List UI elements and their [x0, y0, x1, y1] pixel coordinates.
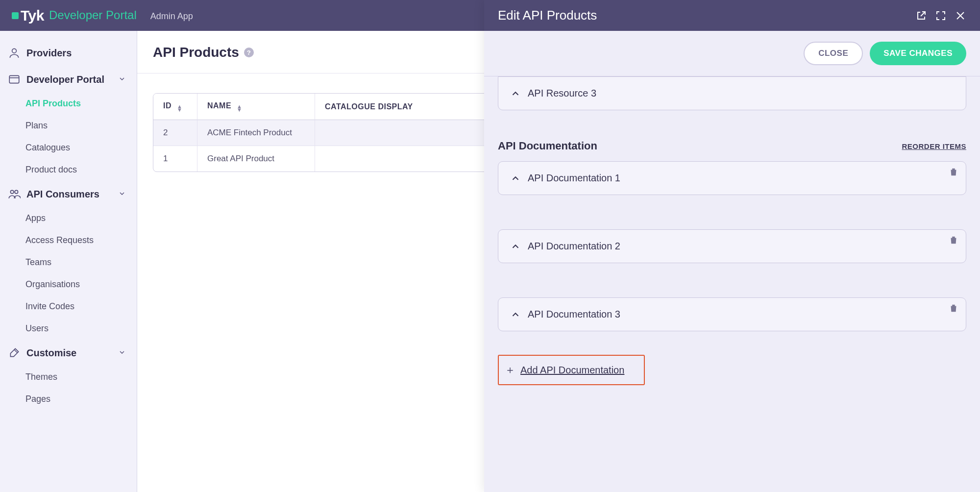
sidebar-item-access-requests[interactable]: Access Requests — [0, 229, 137, 251]
sidebar-item-teams[interactable]: Teams — [0, 251, 137, 273]
fullscreen-icon[interactable] — [935, 10, 947, 22]
doc-card[interactable]: API Documentation 1 — [498, 161, 966, 195]
sidebar-item-invite-codes[interactable]: Invite Codes — [0, 295, 137, 318]
doc-card[interactable]: API Documentation 2 — [498, 229, 966, 263]
open-new-window-icon[interactable] — [915, 10, 927, 22]
doc-section-label: API Documentation — [498, 140, 597, 152]
cell-name: ACME Fintech Product — [197, 120, 315, 146]
chevron-down-icon — [118, 74, 126, 85]
svg-point-3 — [15, 190, 18, 194]
sidebar-item-product-docs[interactable]: Product docs — [0, 159, 137, 181]
col-id[interactable]: ID ▲▼ — [153, 94, 197, 120]
panel-actions: CLOSE SAVE CHANGES — [484, 31, 980, 76]
chevron-up-icon[interactable] — [510, 173, 521, 184]
window-icon — [8, 73, 21, 86]
svg-point-0 — [12, 49, 17, 53]
card-title: API Documentation 1 — [528, 172, 620, 184]
sidebar-section-label: Developer Portal — [26, 74, 104, 85]
tyk-logo-mark — [12, 12, 19, 19]
sidebar-item-organisations[interactable]: Organisations — [0, 273, 137, 295]
brand-logo: Tyk — [12, 7, 44, 24]
doc-card[interactable]: API Documentation 3 — [498, 297, 966, 331]
sidebar-section-label: API Consumers — [26, 189, 99, 200]
sidebar-item-pages[interactable]: Pages — [0, 388, 137, 410]
brand-name: Tyk — [21, 7, 44, 24]
page-title: API Products — [153, 45, 239, 60]
col-label: ID — [163, 101, 172, 110]
sidebar-section-label: Providers — [26, 48, 72, 59]
sidebar-section-label: Customise — [26, 347, 76, 359]
panel-body: API Resource 3 API Documentation REORDER… — [484, 76, 980, 492]
sidebar-item-plans[interactable]: Plans — [0, 115, 137, 137]
brand-product: Developer Portal — [49, 8, 137, 22]
trash-icon[interactable] — [948, 167, 959, 177]
reorder-items-link[interactable]: REORDER ITEMS — [902, 142, 966, 150]
cell-id: 2 — [153, 120, 197, 146]
chevron-up-icon[interactable] — [510, 241, 521, 252]
col-label: NAME — [207, 101, 231, 110]
svg-point-2 — [10, 190, 14, 194]
sort-icon: ▲▼ — [237, 105, 242, 112]
chevron-down-icon — [118, 347, 126, 359]
brand-block: Tyk Developer Portal Admin App — [12, 7, 193, 24]
chevron-down-icon — [118, 189, 126, 200]
col-label: CATALOGUE DISPLAY — [325, 102, 413, 111]
sidebar-item-apps[interactable]: Apps — [0, 207, 137, 229]
panel-header: Edit API Products — [484, 0, 980, 31]
sidebar-section-providers[interactable]: Providers — [0, 40, 137, 66]
trash-icon[interactable] — [948, 303, 959, 314]
card-title: API Documentation 2 — [528, 241, 620, 252]
add-label: Add API Documentation — [520, 365, 624, 376]
sidebar-section-developer-portal[interactable]: Developer Portal — [0, 66, 137, 93]
sidebar-section-api-consumers[interactable]: API Consumers — [0, 181, 137, 207]
brush-icon — [8, 346, 21, 359]
save-button[interactable]: SAVE CHANGES — [870, 42, 966, 65]
doc-section-header: API Documentation REORDER ITEMS — [498, 140, 966, 152]
sidebar-item-catalogues[interactable]: Catalogues — [0, 137, 137, 159]
edit-panel: Edit API Products CLOSE SAVE CHANGES API… — [484, 0, 980, 492]
brand-context: Admin App — [150, 11, 193, 22]
people-icon — [8, 188, 21, 200]
plus-icon: ＋ — [505, 363, 515, 377]
card-title: API Resource 3 — [528, 88, 596, 99]
user-icon — [8, 47, 21, 59]
sidebar-section-customise[interactable]: Customise — [0, 340, 137, 366]
chevron-up-icon[interactable] — [510, 309, 521, 320]
chevron-up-icon[interactable] — [510, 88, 521, 99]
sort-icon: ▲▼ — [177, 105, 182, 112]
sidebar-item-users[interactable]: Users — [0, 318, 137, 340]
sidebar: Providers Developer Portal API Products … — [0, 31, 137, 492]
card-title: API Documentation 3 — [528, 309, 620, 320]
sidebar-item-api-products[interactable]: API Products — [0, 93, 137, 115]
help-icon[interactable]: ? — [244, 48, 254, 57]
resource-card[interactable]: API Resource 3 — [498, 76, 966, 110]
cell-id: 1 — [153, 146, 197, 172]
trash-icon[interactable] — [948, 235, 959, 246]
cell-name: Great API Product — [197, 146, 315, 172]
panel-title: Edit API Products — [498, 8, 907, 23]
svg-rect-1 — [9, 75, 19, 83]
col-name[interactable]: NAME ▲▼ — [197, 94, 315, 120]
close-icon[interactable] — [955, 10, 966, 22]
close-button[interactable]: CLOSE — [804, 42, 863, 65]
add-api-documentation-button[interactable]: ＋ Add API Documentation — [498, 355, 645, 385]
sidebar-item-themes[interactable]: Themes — [0, 366, 137, 388]
